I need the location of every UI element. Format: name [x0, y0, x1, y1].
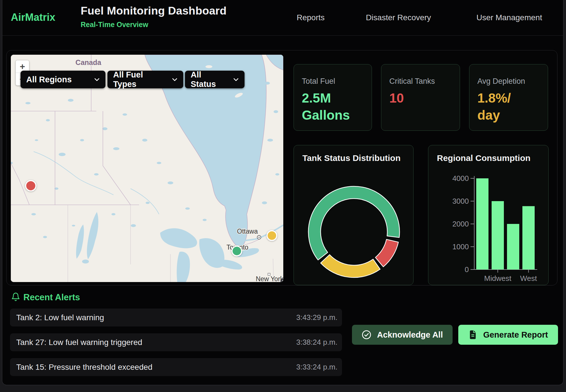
- y-tick-label: 4000: [452, 174, 469, 183]
- x-tick-label: West: [520, 274, 537, 283]
- brand-logo[interactable]: AirMatrix: [11, 11, 55, 23]
- alerts-heading: Recent Alerts: [23, 292, 80, 303]
- page-title: Fuel Monitoring Dashboard: [81, 5, 227, 17]
- status-filter-dropdown[interactable]: All Status: [185, 71, 245, 88]
- report-file-icon: [468, 330, 477, 340]
- nav-disaster-recovery[interactable]: Disaster Recovery: [366, 13, 431, 22]
- page-subtitle: Real-Time Overview: [81, 21, 148, 29]
- tank-status-donut-chart: [303, 181, 405, 283]
- acknowledge-all-button[interactable]: Acknowledge All: [352, 325, 453, 345]
- alert-row[interactable]: Tank 2: Low fuel warning 3:43:29 p.m.: [10, 309, 342, 326]
- donut-segment-warning[interactable]: [321, 255, 380, 277]
- bar-0[interactable]: [476, 178, 488, 270]
- alert-text: Tank 15: Pressure threshold exceeded: [16, 363, 152, 372]
- kpi-total-fuel: Total Fuel 2.5MGallons: [294, 64, 372, 131]
- nav-reports[interactable]: Reports: [297, 13, 325, 22]
- bell-icon: [11, 292, 20, 303]
- chevron-down-icon: [94, 78, 100, 81]
- dashboard-container: AirMatrix Fuel Monitoring Dashboard Real…: [2, 0, 563, 385]
- alert-row[interactable]: Tank 27: Low fuel warning triggered 3:38…: [10, 333, 342, 351]
- bar-1[interactable]: [492, 201, 504, 270]
- kpi-avg-depletion: Avg Depletion 1.8%/day: [469, 64, 548, 131]
- y-tick-label: 2000: [452, 220, 469, 228]
- tank-marker-warning[interactable]: [266, 230, 277, 241]
- alert-timestamp: 3:33:24 p.m.: [296, 363, 337, 371]
- generate-report-label: Generate Report: [483, 330, 548, 340]
- bar-3[interactable]: [522, 206, 535, 270]
- kpi-value: 1.8%/day: [477, 90, 540, 124]
- alert-text: Tank 27: Low fuel warning triggered: [16, 338, 142, 347]
- acknowledge-all-label: Acknowledge All: [377, 330, 443, 340]
- ottawa-city-marker: [257, 236, 261, 239]
- nav-user-management[interactable]: User Management: [477, 13, 542, 22]
- x-tick-label: Midwest: [484, 274, 512, 283]
- fuel-type-filter-dropdown[interactable]: All Fuel Types: [107, 71, 183, 88]
- alert-timestamp: 3:38:24 p.m.: [296, 338, 337, 347]
- map-label-new-york: New York: [256, 275, 283, 282]
- kpi-value: 2.5MGallons: [302, 90, 364, 124]
- bar-2[interactable]: [507, 224, 519, 270]
- map-label-ottawa: Ottawa: [237, 228, 258, 235]
- y-tick-label: 0: [465, 265, 469, 274]
- kpi-label: Avg Depletion: [477, 77, 540, 86]
- kpi-label: Critical Tanks: [389, 77, 452, 86]
- tank-marker-normal[interactable]: [231, 246, 242, 256]
- alert-row[interactable]: Tank 15: Pressure threshold exceeded 3:3…: [10, 358, 342, 376]
- alert-text: Tank 2: Low fuel warning: [16, 313, 104, 322]
- region-filter-dropdown[interactable]: All Regions: [21, 71, 105, 88]
- status-filter-value: All Status: [191, 70, 227, 89]
- y-tick-label: 3000: [452, 197, 469, 205]
- y-tick-label: 1000: [452, 242, 469, 251]
- fuel-type-filter-value: All Fuel Types: [113, 70, 166, 89]
- kpi-critical-tanks: Critical Tanks 10: [381, 64, 460, 131]
- donut-chart-title: Tank Status Distribution: [302, 153, 400, 163]
- regional-consumption-panel: Regional Consumption 01000200030004000Mi…: [428, 145, 549, 285]
- chevron-down-icon: [233, 78, 239, 81]
- check-circle-icon: [362, 330, 371, 340]
- kpi-label: Total Fuel: [302, 77, 364, 86]
- donut-segment-critical[interactable]: [375, 239, 398, 267]
- map-label-canada: Canada: [76, 58, 101, 66]
- generate-report-button[interactable]: Generate Report: [458, 325, 558, 345]
- regional-consumption-bar-chart: 01000200030004000MidwestWest: [428, 145, 549, 285]
- new-york-city-marker: [268, 273, 270, 275]
- tank-status-panel: Tank Status Distribution: [294, 145, 414, 285]
- kpi-value: 10: [389, 90, 452, 107]
- region-filter-value: All Regions: [26, 75, 72, 84]
- alert-timestamp: 3:43:29 p.m.: [296, 313, 337, 322]
- chevron-down-icon: [172, 78, 178, 81]
- header: AirMatrix Fuel Monitoring Dashboard Real…: [2, 0, 563, 36]
- tank-marker-critical[interactable]: [25, 180, 36, 191]
